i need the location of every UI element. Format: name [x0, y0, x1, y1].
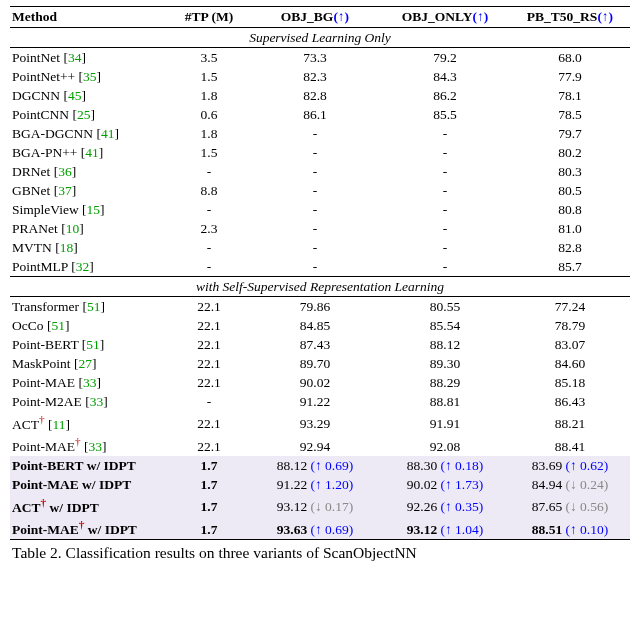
cell-method: Point-MAE† [33]: [10, 434, 168, 457]
cell-objonly: -: [380, 200, 510, 219]
citation: 51: [87, 299, 101, 314]
section-title: with Self-Supervised Representation Lear…: [10, 277, 630, 297]
cell-objonly: -: [380, 124, 510, 143]
cell-objonly: -: [380, 238, 510, 257]
cell-pbt50rs: 83.07: [510, 335, 630, 354]
cell-method: DRNet [36]: [10, 162, 168, 181]
cell-objbg: -: [250, 219, 380, 238]
cell-method: MaskPoint [27]: [10, 354, 168, 373]
cell-objbg: 82.8: [250, 86, 380, 105]
cell-pbt50rs: 84.60: [510, 354, 630, 373]
dagger-icon: †: [75, 435, 81, 447]
citation: 25: [77, 107, 91, 122]
cell-tp: 3.5: [168, 48, 250, 68]
cell-objonly: 88.29: [380, 373, 510, 392]
cell-objbg: 91.22 (↑ 1.20): [250, 475, 380, 494]
table-caption: Table 2. Classification results on three…: [10, 540, 630, 562]
method-name: DGCNN: [12, 88, 60, 103]
table-row: MVTN [18]---82.8: [10, 238, 630, 257]
cell-pbt50rs: 68.0: [510, 48, 630, 68]
cell-method: ACT† [11]: [10, 411, 168, 434]
col-pbt50rs: PB_T50_RS(↑): [510, 7, 630, 28]
cell-objonly: 90.02 (↑ 1.73): [380, 475, 510, 494]
up-arrow-icon: (↑): [333, 9, 349, 24]
cell-tp: 1.7: [168, 494, 250, 517]
citation: 51: [51, 318, 65, 333]
cell-tp: -: [168, 238, 250, 257]
cell-method: PRANet [10]: [10, 219, 168, 238]
table-header-row: Method #TP (M) OBJ_BG(↑) OBJ_ONLY(↑) PB_…: [10, 7, 630, 28]
table-row: PRANet [10]2.3--81.0: [10, 219, 630, 238]
cell-objbg: 73.3: [250, 48, 380, 68]
method-name: Transformer: [12, 299, 79, 314]
results-table: Method #TP (M) OBJ_BG(↑) OBJ_ONLY(↑) PB_…: [10, 6, 630, 540]
cell-pbt50rs: 88.41: [510, 434, 630, 457]
cell-tp: 22.1: [168, 316, 250, 335]
citation: 33: [89, 439, 103, 454]
cell-pbt50rs: 79.7: [510, 124, 630, 143]
cell-tp: 1.5: [168, 143, 250, 162]
method-name: OcCo: [12, 318, 44, 333]
cell-objbg: 93.29: [250, 411, 380, 434]
cell-objbg: -: [250, 162, 380, 181]
cell-objbg: 91.22: [250, 392, 380, 411]
cell-objbg: -: [250, 143, 380, 162]
table-row: DRNet [36]---80.3: [10, 162, 630, 181]
cell-pbt50rs: 80.2: [510, 143, 630, 162]
col-objonly: OBJ_ONLY(↑): [380, 7, 510, 28]
method-name: Point-MAE w/ IDPT: [12, 477, 131, 492]
method-name: GBNet: [12, 183, 50, 198]
method-name: ACT: [12, 499, 41, 514]
table-row: PointNet++ [35]1.582.384.377.9: [10, 67, 630, 86]
citation: 41: [101, 126, 115, 141]
cell-method: PointCNN [25]: [10, 105, 168, 124]
cell-objbg: -: [250, 200, 380, 219]
method-suffix: w/ IDPT: [46, 499, 99, 514]
method-name: PointNet: [12, 50, 60, 65]
method-name: DRNet: [12, 164, 50, 179]
cell-tp: 1.8: [168, 86, 250, 105]
table-row: MaskPoint [27]22.189.7089.3084.60: [10, 354, 630, 373]
cell-objbg: 79.86: [250, 297, 380, 317]
delta: (↑ 0.69): [311, 522, 354, 537]
table-row: Point-MAE† w/ IDPT1.793.63 (↑ 0.69)93.12…: [10, 517, 630, 540]
cell-tp: 1.8: [168, 124, 250, 143]
method-name: PointMLP: [12, 259, 68, 274]
cell-tp: 22.1: [168, 354, 250, 373]
cell-method: PointNet [34]: [10, 48, 168, 68]
cell-objonly: 85.5: [380, 105, 510, 124]
delta: (↑ 0.35): [441, 499, 484, 514]
table-row: ACT† w/ IDPT1.793.12 (↓ 0.17)92.26 (↑ 0.…: [10, 494, 630, 517]
cell-pbt50rs: 88.51 (↑ 0.10): [510, 517, 630, 540]
table-row: GBNet [37]8.8--80.5: [10, 181, 630, 200]
cell-pbt50rs: 80.5: [510, 181, 630, 200]
cell-pbt50rs: 87.65 (↓ 0.56): [510, 494, 630, 517]
cell-objbg: -: [250, 181, 380, 200]
method-suffix: w/ IDPT: [84, 522, 137, 537]
table-row: OcCo [51]22.184.8585.5478.79: [10, 316, 630, 335]
cell-method: Point-MAE† w/ IDPT: [10, 517, 168, 540]
cell-objonly: 86.2: [380, 86, 510, 105]
table-row: Point-MAE [33]22.190.0288.2985.18: [10, 373, 630, 392]
delta: (↑ 0.62): [566, 458, 609, 473]
delta: (↑ 1.04): [441, 522, 484, 537]
cell-objonly: -: [380, 181, 510, 200]
table-row: Point-MAE w/ IDPT1.791.22 (↑ 1.20)90.02 …: [10, 475, 630, 494]
delta: (↑ 1.20): [311, 477, 354, 492]
cell-pbt50rs: 80.8: [510, 200, 630, 219]
up-arrow-icon: (↑): [597, 9, 613, 24]
cell-objbg: -: [250, 238, 380, 257]
section-title: Supervised Learning Only: [10, 28, 630, 48]
cell-method: GBNet [37]: [10, 181, 168, 200]
table-row: Point-MAE† [33]22.192.9492.0888.41: [10, 434, 630, 457]
cell-tp: 22.1: [168, 335, 250, 354]
cell-objbg: 90.02: [250, 373, 380, 392]
method-name: SimpleView: [12, 202, 79, 217]
citation: 51: [86, 337, 100, 352]
cell-pbt50rs: 85.7: [510, 257, 630, 277]
method-name: Point-MAE: [12, 439, 75, 454]
cell-method: MVTN [18]: [10, 238, 168, 257]
delta: (↓ 0.17): [311, 499, 354, 514]
method-name: MVTN: [12, 240, 52, 255]
cell-objbg: 89.70: [250, 354, 380, 373]
